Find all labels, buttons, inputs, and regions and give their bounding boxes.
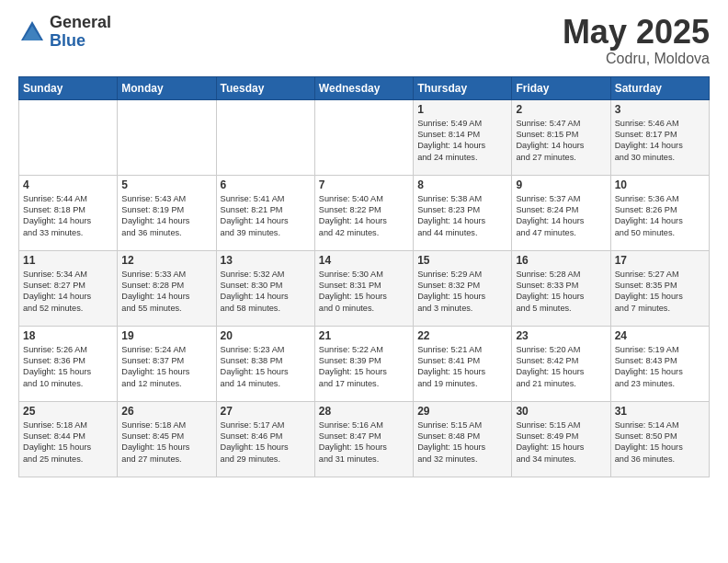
day-info: Sunrise: 5:29 AM Sunset: 8:32 PM Dayligh…: [417, 269, 507, 315]
day-info: Sunrise: 5:28 AM Sunset: 8:33 PM Dayligh…: [516, 269, 606, 315]
day-info: Sunrise: 5:46 AM Sunset: 8:17 PM Dayligh…: [615, 118, 705, 164]
day-info: Sunrise: 5:30 AM Sunset: 8:31 PM Dayligh…: [319, 269, 409, 315]
day-cell: 29Sunrise: 5:15 AM Sunset: 8:48 PM Dayli…: [414, 401, 512, 477]
day-cell: 5Sunrise: 5:43 AM Sunset: 8:19 PM Daylig…: [118, 175, 216, 250]
col-header-wednesday: Wednesday: [314, 76, 413, 99]
day-cell: 27Sunrise: 5:17 AM Sunset: 8:46 PM Dayli…: [216, 401, 314, 477]
day-number: 19: [121, 329, 211, 342]
day-info: Sunrise: 5:41 AM Sunset: 8:21 PM Dayligh…: [221, 193, 311, 239]
day-cell: 25Sunrise: 5:18 AM Sunset: 8:44 PM Dayli…: [19, 401, 118, 477]
day-number: 9: [516, 178, 606, 191]
day-cell: 1Sunrise: 5:49 AM Sunset: 8:14 PM Daylig…: [414, 99, 512, 175]
day-info: Sunrise: 5:49 AM Sunset: 8:14 PM Dayligh…: [417, 118, 507, 164]
day-cell: 3Sunrise: 5:46 AM Sunset: 8:17 PM Daylig…: [610, 99, 709, 175]
logo-text: General Blue: [50, 14, 111, 51]
day-number: 7: [319, 178, 409, 191]
day-cell: 23Sunrise: 5:20 AM Sunset: 8:42 PM Dayli…: [512, 326, 610, 401]
day-cell: 28Sunrise: 5:16 AM Sunset: 8:47 PM Dayli…: [314, 401, 413, 477]
day-cell: 20Sunrise: 5:23 AM Sunset: 8:38 PM Dayli…: [216, 326, 314, 401]
day-info: Sunrise: 5:34 AM Sunset: 8:27 PM Dayligh…: [23, 269, 113, 315]
day-cell: [118, 99, 216, 175]
day-cell: 18Sunrise: 5:26 AM Sunset: 8:36 PM Dayli…: [19, 326, 118, 401]
day-number: 21: [319, 329, 409, 342]
day-cell: 30Sunrise: 5:15 AM Sunset: 8:49 PM Dayli…: [512, 401, 610, 477]
day-number: 24: [615, 329, 705, 342]
week-row-4: 18Sunrise: 5:26 AM Sunset: 8:36 PM Dayli…: [19, 326, 710, 401]
week-row-5: 25Sunrise: 5:18 AM Sunset: 8:44 PM Dayli…: [19, 401, 710, 477]
day-info: Sunrise: 5:32 AM Sunset: 8:30 PM Dayligh…: [221, 269, 311, 315]
day-number: 26: [121, 405, 211, 418]
day-number: 6: [221, 178, 311, 191]
day-number: 23: [516, 329, 606, 342]
day-number: 1: [417, 103, 507, 116]
col-header-friday: Friday: [512, 76, 610, 99]
calendar-table: SundayMondayTuesdayWednesdayThursdayFrid…: [18, 76, 710, 477]
day-info: Sunrise: 5:47 AM Sunset: 8:15 PM Dayligh…: [516, 118, 606, 164]
day-cell: 4Sunrise: 5:44 AM Sunset: 8:18 PM Daylig…: [19, 175, 118, 250]
day-number: 4: [23, 178, 113, 191]
day-number: 31: [615, 405, 705, 418]
title-block: May 2025 Codru, Moldova: [563, 14, 710, 67]
location: Codru, Moldova: [563, 51, 710, 67]
day-cell: [314, 99, 413, 175]
day-info: Sunrise: 5:21 AM Sunset: 8:41 PM Dayligh…: [417, 344, 507, 390]
col-header-thursday: Thursday: [414, 76, 512, 99]
day-info: Sunrise: 5:36 AM Sunset: 8:26 PM Dayligh…: [615, 193, 705, 239]
logo-general: General: [50, 14, 111, 32]
day-info: Sunrise: 5:43 AM Sunset: 8:19 PM Dayligh…: [121, 193, 211, 239]
day-cell: [216, 99, 314, 175]
day-number: 18: [23, 329, 113, 342]
day-number: 22: [417, 329, 507, 342]
day-info: Sunrise: 5:44 AM Sunset: 8:18 PM Dayligh…: [23, 193, 113, 239]
day-cell: 14Sunrise: 5:30 AM Sunset: 8:31 PM Dayli…: [314, 250, 413, 326]
col-header-sunday: Sunday: [19, 76, 118, 99]
day-number: 20: [221, 329, 311, 342]
day-info: Sunrise: 5:26 AM Sunset: 8:36 PM Dayligh…: [23, 344, 113, 390]
day-cell: 22Sunrise: 5:21 AM Sunset: 8:41 PM Dayli…: [414, 326, 512, 401]
day-cell: 7Sunrise: 5:40 AM Sunset: 8:22 PM Daylig…: [314, 175, 413, 250]
day-cell: 26Sunrise: 5:18 AM Sunset: 8:45 PM Dayli…: [118, 401, 216, 477]
day-cell: 12Sunrise: 5:33 AM Sunset: 8:28 PM Dayli…: [118, 250, 216, 326]
week-row-2: 4Sunrise: 5:44 AM Sunset: 8:18 PM Daylig…: [19, 175, 710, 250]
day-cell: 6Sunrise: 5:41 AM Sunset: 8:21 PM Daylig…: [216, 175, 314, 250]
page: General Blue May 2025 Codru, Moldova Sun…: [0, 0, 728, 563]
day-number: 17: [615, 254, 705, 267]
day-number: 12: [121, 254, 211, 267]
day-cell: 31Sunrise: 5:14 AM Sunset: 8:50 PM Dayli…: [610, 401, 709, 477]
day-info: Sunrise: 5:19 AM Sunset: 8:43 PM Dayligh…: [615, 344, 705, 390]
day-info: Sunrise: 5:17 AM Sunset: 8:46 PM Dayligh…: [221, 419, 311, 465]
day-info: Sunrise: 5:15 AM Sunset: 8:48 PM Dayligh…: [417, 419, 507, 465]
day-number: 28: [319, 405, 409, 418]
col-header-tuesday: Tuesday: [216, 76, 314, 99]
day-number: 30: [516, 405, 606, 418]
day-number: 13: [221, 254, 311, 267]
day-cell: 17Sunrise: 5:27 AM Sunset: 8:35 PM Dayli…: [610, 250, 709, 326]
day-cell: 8Sunrise: 5:38 AM Sunset: 8:23 PM Daylig…: [414, 175, 512, 250]
day-info: Sunrise: 5:16 AM Sunset: 8:47 PM Dayligh…: [319, 419, 409, 465]
day-number: 3: [615, 103, 705, 116]
day-number: 25: [23, 405, 113, 418]
day-info: Sunrise: 5:38 AM Sunset: 8:23 PM Dayligh…: [417, 193, 507, 239]
day-cell: 11Sunrise: 5:34 AM Sunset: 8:27 PM Dayli…: [19, 250, 118, 326]
day-number: 10: [615, 178, 705, 191]
day-info: Sunrise: 5:24 AM Sunset: 8:37 PM Dayligh…: [121, 344, 211, 390]
week-row-3: 11Sunrise: 5:34 AM Sunset: 8:27 PM Dayli…: [19, 250, 710, 326]
week-row-1: 1Sunrise: 5:49 AM Sunset: 8:14 PM Daylig…: [19, 99, 710, 175]
day-number: 14: [319, 254, 409, 267]
day-cell: 24Sunrise: 5:19 AM Sunset: 8:43 PM Dayli…: [610, 326, 709, 401]
day-info: Sunrise: 5:37 AM Sunset: 8:24 PM Dayligh…: [516, 193, 606, 239]
day-info: Sunrise: 5:15 AM Sunset: 8:49 PM Dayligh…: [516, 419, 606, 465]
day-number: 11: [23, 254, 113, 267]
day-info: Sunrise: 5:27 AM Sunset: 8:35 PM Dayligh…: [615, 269, 705, 315]
day-number: 27: [221, 405, 311, 418]
day-info: Sunrise: 5:20 AM Sunset: 8:42 PM Dayligh…: [516, 344, 606, 390]
logo-icon: [18, 18, 46, 46]
day-number: 15: [417, 254, 507, 267]
day-cell: 15Sunrise: 5:29 AM Sunset: 8:32 PM Dayli…: [414, 250, 512, 326]
header-row: SundayMondayTuesdayWednesdayThursdayFrid…: [19, 76, 710, 99]
day-info: Sunrise: 5:40 AM Sunset: 8:22 PM Dayligh…: [319, 193, 409, 239]
day-info: Sunrise: 5:22 AM Sunset: 8:39 PM Dayligh…: [319, 344, 409, 390]
day-number: 2: [516, 103, 606, 116]
day-cell: 10Sunrise: 5:36 AM Sunset: 8:26 PM Dayli…: [610, 175, 709, 250]
day-cell: 9Sunrise: 5:37 AM Sunset: 8:24 PM Daylig…: [512, 175, 610, 250]
